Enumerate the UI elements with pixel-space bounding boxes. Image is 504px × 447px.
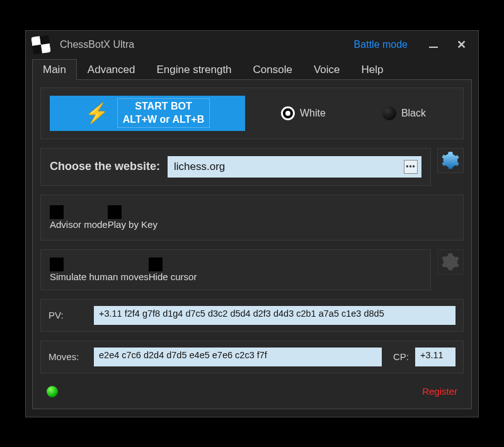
checkbox-box <box>149 257 163 271</box>
start-line2: ALT+W or ALT+B <box>123 113 204 127</box>
website-panel: Choose the website: lichess.org ••• <box>40 148 431 186</box>
start-line1: START BOT <box>123 100 204 113</box>
start-panel: ⚡ START BOT ALT+W or ALT+B White Black <box>40 88 464 139</box>
checkbox-simulate-human[interactable]: Simulate human moves <box>50 257 149 282</box>
titlebar: ChessBotX Ultra Battle mode ✕ <box>26 31 478 59</box>
pv-value[interactable]: +3.11 f2f4 g7f8 d1g4 d7c5 d3c2 d5d4 d2f3… <box>94 306 455 325</box>
app-window: ChessBotX Ultra Battle mode ✕ Main Advan… <box>25 30 479 417</box>
moves-label: Moves: <box>49 351 88 362</box>
tab-help[interactable]: Help <box>351 59 394 80</box>
website-input[interactable]: lichess.org ••• <box>168 156 421 178</box>
radio-white-icon <box>281 106 295 120</box>
checkbox-box <box>108 205 122 219</box>
window-title: ChessBotX Ultra <box>60 39 134 50</box>
pv-label: PV: <box>49 310 88 320</box>
checkbox-advisor-label: Advisor mode <box>50 219 108 230</box>
gear-icon <box>441 151 460 170</box>
gear-icon <box>441 252 460 271</box>
cp-label: CP: <box>393 351 409 362</box>
register-link[interactable]: Register <box>422 386 457 397</box>
radio-white-label: White <box>300 108 326 119</box>
tab-advanced[interactable]: Advanced <box>77 59 146 80</box>
tab-voice[interactable]: Voice <box>303 59 351 80</box>
lightning-icon: ⚡ <box>85 102 108 124</box>
checkbox-play-by-key[interactable]: Play by Key <box>108 205 158 230</box>
moves-panel: Moves: e2e4 c7c6 d2d4 d7d5 e4e5 e7e6 c2c… <box>40 341 464 373</box>
checkbox-advisor-mode[interactable]: Advisor mode <box>50 205 108 230</box>
website-value: lichess.org <box>174 161 225 173</box>
radio-black[interactable]: Black <box>382 106 426 120</box>
app-icon <box>31 35 51 55</box>
website-settings-button[interactable] <box>437 148 464 173</box>
checkbox-box <box>50 257 64 271</box>
radio-black-icon <box>382 106 396 120</box>
website-label: Choose the website: <box>50 160 160 173</box>
website-browse-button[interactable]: ••• <box>404 160 418 174</box>
checks-panel-1: Advisor mode Play by Key <box>40 195 464 240</box>
start-bot-button[interactable]: ⚡ START BOT ALT+W or ALT+B <box>50 96 245 131</box>
close-button[interactable]: ✕ <box>450 37 472 53</box>
checkbox-play-by-key-label: Play by Key <box>108 219 158 230</box>
checkbox-hide-cursor-label: Hide cursor <box>149 271 197 282</box>
tab-content-main: ⚡ START BOT ALT+W or ALT+B White Black <box>32 79 472 409</box>
status-led-icon <box>47 386 58 397</box>
checkbox-simulate-human-label: Simulate human moves <box>50 271 149 282</box>
tab-console[interactable]: Console <box>243 59 303 80</box>
checkbox-hide-cursor[interactable]: Hide cursor <box>149 257 197 282</box>
radio-white[interactable]: White <box>281 106 326 120</box>
radio-black-label: Black <box>401 108 426 119</box>
start-bot-text: START BOT ALT+W or ALT+B <box>117 98 210 128</box>
pv-panel: PV: +3.11 f2f4 g7f8 d1g4 d7c5 d3c2 d5d4 … <box>40 299 464 332</box>
cp-value[interactable]: +3.11 <box>415 348 455 366</box>
moves-settings-button[interactable] <box>437 249 464 274</box>
moves-value[interactable]: e2e4 c7c6 d2d4 d7d5 e4e5 e7e6 c2c3 f7f <box>94 348 382 366</box>
statusbar: Register <box>40 382 464 401</box>
minimize-button[interactable] <box>423 37 444 53</box>
tab-engine-strength[interactable]: Engine strength <box>146 59 242 80</box>
tab-main[interactable]: Main <box>32 59 77 80</box>
checkbox-box <box>50 205 64 219</box>
checks-panel-2: Simulate human moves Hide cursor <box>40 249 431 290</box>
mode-label[interactable]: Battle mode <box>354 39 408 50</box>
tabstrip: Main Advanced Engine strength Console Vo… <box>26 59 478 80</box>
